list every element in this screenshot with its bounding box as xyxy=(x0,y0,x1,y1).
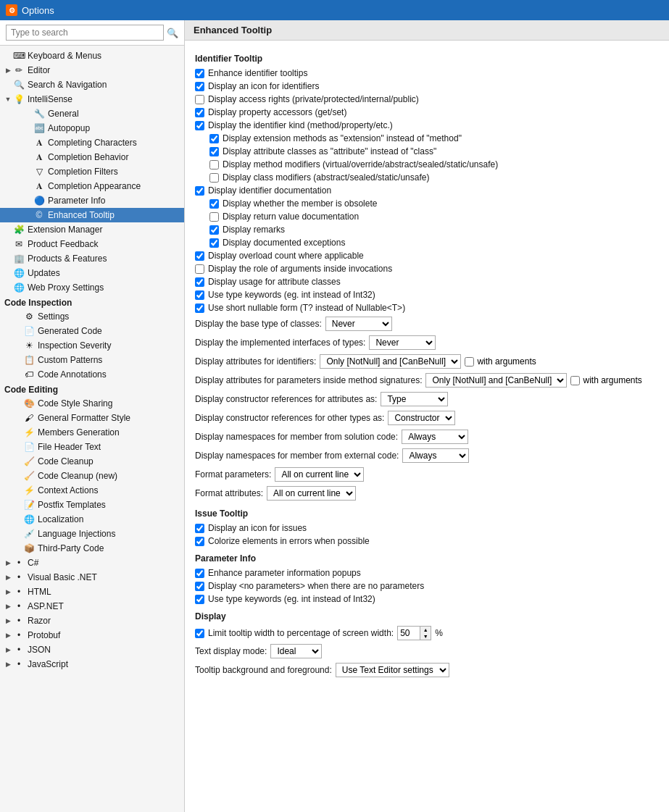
sidebar-item-json[interactable]: ▶•JSON xyxy=(0,643,184,657)
dropdown-display-constructor-refs-attributes[interactable]: TypeConstructorBoth xyxy=(381,392,448,406)
checkbox-enhance-param-info[interactable] xyxy=(195,569,204,578)
checkbox-label-display-access-rights: Display access rights (private/protected… xyxy=(208,94,419,104)
dropdown-tooltip-background[interactable]: Use Text Editor settingsFollow IDE theme… xyxy=(336,663,449,677)
sidebar-item-web-proxy[interactable]: 🌐Web Proxy Settings xyxy=(0,280,184,295)
dropdown-display-attributes-identifiers[interactable]: Only [NotNull] and [CanBeNull]AllNone xyxy=(320,354,461,369)
sidebar-item-completing-chars[interactable]: 𝐀Completing Characters xyxy=(0,135,184,150)
checkbox-limit-tooltip-width[interactable] xyxy=(195,629,204,638)
dropdown-display-base-type[interactable]: NeverAlwaysOnDemand xyxy=(325,317,392,331)
with-args-checkbox-display-attributes-parameters[interactable] xyxy=(570,376,580,385)
checkbox-row-display-property-accessors: Display property accessors (get/set) xyxy=(195,106,659,119)
checkbox-display-class-modifiers[interactable] xyxy=(209,173,219,183)
checkbox-display-property-accessors[interactable] xyxy=(195,108,204,117)
with-args-checkbox-display-attributes-identifiers[interactable] xyxy=(465,357,474,367)
sidebar-item-context-actions[interactable]: ⚡Context Actions xyxy=(0,483,184,498)
dropdown-display-namespaces-solution[interactable]: AlwaysNeverOnDemand xyxy=(402,430,468,444)
checkbox-display-return-value-doc[interactable] xyxy=(209,212,219,222)
spinner-up-button[interactable]: ▲ xyxy=(420,627,431,633)
sidebar-item-products-features[interactable]: 🏢Products & Features xyxy=(0,251,184,266)
expander-icon xyxy=(13,326,23,336)
sidebar-item-general[interactable]: 🔧General xyxy=(0,106,184,121)
spinner-down-button[interactable]: ▼ xyxy=(420,633,431,640)
checkbox-display-extension-methods[interactable] xyxy=(209,134,219,143)
sidebar-item-code-cleanup-new[interactable]: 🧹Code Cleanup (new) xyxy=(0,469,184,483)
checkbox-display-remarks[interactable] xyxy=(209,225,219,235)
expander-icon xyxy=(23,210,33,220)
sidebar-item-members-generation[interactable]: ⚡Members Generation xyxy=(0,425,184,440)
search-icon[interactable]: 🔍 xyxy=(167,28,178,38)
dropdown-format-parameters[interactable]: All on current lineWrap if longChop alwa… xyxy=(275,467,364,482)
sidebar-item-enhanced-tooltip[interactable]: ©Enhanced Tooltip xyxy=(0,208,184,222)
spinner-input[interactable] xyxy=(398,627,420,639)
checkbox-display-method-modifiers[interactable] xyxy=(209,160,219,169)
dropdown-format-attributes[interactable]: All on current lineWrap if longChop alwa… xyxy=(267,486,356,501)
sidebar-item-label: Completion Filters xyxy=(48,167,118,177)
checkbox-display-id-documentation[interactable] xyxy=(195,186,204,196)
checkbox-display-documented-exceptions[interactable] xyxy=(209,238,219,248)
expander-icon xyxy=(13,398,23,409)
sidebar-item-completion-filters[interactable]: ▽Completion Filters xyxy=(0,164,184,179)
checkbox-row-display-icon-identifiers: Display an icon for identifiers xyxy=(195,80,659,93)
sidebar-item-code-annotations[interactable]: 🏷Code Annotations xyxy=(0,367,184,382)
sidebar-item-updates[interactable]: 🌐Updates xyxy=(0,266,184,280)
checkbox-display-member-obsolete[interactable] xyxy=(209,199,219,209)
expander-icon xyxy=(13,413,23,423)
checkbox-row-display-member-obsolete: Display whether the member is obsolete xyxy=(195,197,659,210)
sidebar-item-file-header[interactable]: 📄File Header Text xyxy=(0,440,184,454)
sidebar-item-third-party-code[interactable]: 📦Third-Party Code xyxy=(0,541,184,556)
checkbox-display-role-arguments[interactable] xyxy=(195,264,204,274)
sidebar-item-extension-manager[interactable]: 🧩Extension Manager xyxy=(0,222,184,237)
sidebar-item-search-nav[interactable]: 🔍Search & Navigation xyxy=(0,78,184,92)
sidebar-item-custom-patterns[interactable]: 📋Custom Patterns xyxy=(0,353,184,367)
dropdown-label-text-display-mode: Text display mode: xyxy=(195,646,267,656)
dropdown-display-namespaces-external[interactable]: AlwaysNeverOnDemand xyxy=(402,448,469,463)
checkbox-display-icon-identifiers[interactable] xyxy=(195,82,204,91)
checkbox-use-short-nullable[interactable] xyxy=(195,304,204,313)
sidebar-item-javascript[interactable]: ▶•JavaScript xyxy=(0,657,184,671)
sidebar-item-razor[interactable]: ▶•Razor xyxy=(0,614,184,628)
general-formatter-icon: 🖌 xyxy=(23,412,35,424)
checkbox-label-display-icon-identifiers: Display an icon for identifiers xyxy=(208,81,319,91)
sidebar-item-completion-behavior[interactable]: 𝐀Completion Behavior xyxy=(0,150,184,164)
checkbox-display-overload-count[interactable] xyxy=(195,251,204,261)
checkbox-display-icon-issues[interactable] xyxy=(195,524,204,533)
dropdown-display-constructor-refs-other[interactable]: ConstructorTypeBoth xyxy=(388,411,455,425)
expander-icon xyxy=(23,196,33,206)
sidebar-item-code-cleanup[interactable]: 🧹Code Cleanup xyxy=(0,454,184,469)
sidebar-item-csharp[interactable]: ▶•C# xyxy=(0,556,184,570)
sidebar-item-general-formatter[interactable]: 🖌General Formatter Style xyxy=(0,411,184,425)
sidebar-item-editor[interactable]: ▶✏Editor xyxy=(0,63,184,78)
dropdown-display-attributes-parameters[interactable]: Only [NotNull] and [CanBeNull]AllNone xyxy=(425,373,567,388)
dropdown-text-display-mode[interactable]: IdealClassicModern xyxy=(270,644,322,658)
sidebar-item-intellisense[interactable]: ▼💡IntelliSense xyxy=(0,92,184,106)
checkbox-use-type-keywords[interactable] xyxy=(195,290,204,300)
checkbox-enhance-id-tooltips[interactable] xyxy=(195,69,204,78)
sidebar-item-keyboard-menus[interactable]: ⌨Keyboard & Menus xyxy=(0,49,184,63)
sidebar-item-completion-appearance[interactable]: 𝐀Completion Appearance xyxy=(0,179,184,193)
sidebar-item-parameter-info[interactable]: 🔵Parameter Info xyxy=(0,193,184,208)
sidebar-item-vbnet[interactable]: ▶•Visual Basic .NET xyxy=(0,570,184,585)
sidebar-item-localization[interactable]: 🌐Localization xyxy=(0,512,184,527)
checkbox-display-no-params[interactable] xyxy=(195,582,204,591)
checkbox-display-attribute-classes[interactable] xyxy=(209,147,219,156)
section-header-code-inspection: Code Inspection xyxy=(0,295,184,309)
checkbox-display-usage-attribute[interactable] xyxy=(195,277,204,287)
sidebar-item-protobuf[interactable]: ▶•Protobuf xyxy=(0,628,184,643)
checkbox-colorize-errors[interactable] xyxy=(195,537,204,546)
checkbox-use-type-keywords-param[interactable] xyxy=(195,595,204,604)
sidebar-item-code-style-sharing[interactable]: 🎨Code Style Sharing xyxy=(0,396,184,411)
sidebar-item-html[interactable]: ▶•HTML xyxy=(0,585,184,599)
checkbox-display-identifier-kind[interactable] xyxy=(195,121,204,130)
dropdown-display-implemented-interfaces[interactable]: NeverAlwaysOnDemand xyxy=(369,335,436,350)
checkbox-display-access-rights[interactable] xyxy=(195,95,204,104)
sidebar-item-product-feedback[interactable]: ✉Product Feedback xyxy=(0,237,184,251)
sidebar-item-autopopup[interactable]: 🔤Autopopup xyxy=(0,121,184,135)
sidebar-item-generated-code[interactable]: 📄Generated Code xyxy=(0,324,184,338)
sidebar-item-language-injections[interactable]: 💉Language Injections xyxy=(0,527,184,541)
sidebar-item-ci-settings[interactable]: ⚙Settings xyxy=(0,309,184,324)
search-input[interactable] xyxy=(6,25,164,41)
sidebar-item-label: General Formatter Style xyxy=(38,413,130,423)
sidebar-item-aspnet[interactable]: ▶•ASP.NET xyxy=(0,599,184,614)
sidebar-item-inspection-severity[interactable]: ☀Inspection Severity xyxy=(0,338,184,353)
sidebar-item-postfix-templates[interactable]: 📝Postfix Templates xyxy=(0,498,184,512)
